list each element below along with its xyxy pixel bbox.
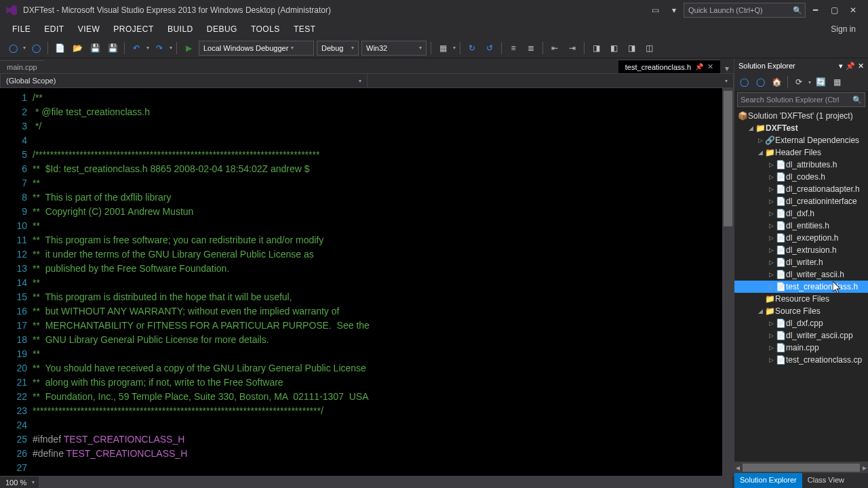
horizontal-scrollbar[interactable] (39, 476, 732, 488)
configuration-label: Debug (321, 44, 343, 52)
resource-files-node: 📁Resource Files (734, 293, 868, 305)
menu-debug[interactable]: DEBUG (200, 22, 244, 37)
menu-build[interactable]: BUILD (161, 22, 200, 37)
window-position-icon[interactable]: ▾ (839, 62, 843, 70)
configuration-combo[interactable]: Debug ▾ (317, 41, 359, 56)
nav-forward-button[interactable]: ◯ (28, 41, 43, 56)
back-button[interactable]: ◯ (737, 75, 751, 89)
pin-icon[interactable]: 📌 (695, 63, 703, 70)
file-node[interactable]: ▷📄dl_extrusion.h (734, 244, 868, 256)
redo-button[interactable]: ↷ (152, 41, 167, 56)
tab-label: main.cpp (7, 63, 37, 71)
new-project-button[interactable]: 📄 (52, 41, 67, 56)
notifications-icon[interactable]: ▭ (646, 1, 665, 20)
nav-back-button[interactable]: ◯ (5, 41, 20, 56)
file-node[interactable]: ▷📄dl_writer_ascii.cpp (734, 329, 868, 342)
file-node[interactable]: ▷📄test_creationclass.h (734, 281, 868, 293)
next-bookmark-button[interactable]: ◨ (624, 41, 639, 56)
find-in-files-button[interactable]: ▦ (435, 41, 450, 56)
step-out-button[interactable]: ↻ (465, 41, 479, 56)
increase-indent-button[interactable]: ⇥ (565, 41, 580, 56)
external-deps-node: ▷🔗External Dependencies (734, 134, 868, 146)
search-icon: 🔍 (793, 6, 802, 15)
auto-hide-icon[interactable]: 📌 (846, 62, 855, 70)
vertical-scrollbar[interactable] (722, 88, 734, 476)
file-node[interactable]: ▷📄dl_writer_ascii.h (734, 268, 868, 281)
zoom-level[interactable]: 100 % (0, 479, 32, 487)
platform-combo[interactable]: Win32 ▾ (361, 41, 427, 56)
header-files-node: ◢📁Header Files (734, 146, 868, 159)
solution-tree[interactable]: 📦Solution 'DXFTest' (1 project) ◢📁DXFTes… (734, 108, 868, 462)
save-all-button[interactable]: 💾 (105, 41, 120, 56)
bookmark-button[interactable]: ◨ (589, 41, 604, 56)
home-button[interactable]: 🏠 (770, 75, 783, 89)
tab-main-cpp[interactable]: main.cpp (0, 60, 44, 73)
minimize-button[interactable]: ━ (806, 1, 825, 20)
solution-explorer-search[interactable]: Search Solution Explorer (Ctrl 🔍 (737, 92, 865, 107)
line-number-gutter: 1234567891011121314151617181920212223242… (0, 88, 33, 476)
prev-bookmark-button[interactable]: ◧ (606, 41, 621, 56)
solution-explorer-toolbar: ◯ ◯ 🏠 ⟳▾ 🔄 ▦ (734, 73, 868, 91)
uncomment-button[interactable]: ≣ (524, 41, 538, 56)
file-node[interactable]: ▷📄dl_dxf.h (734, 207, 868, 220)
close-icon[interactable]: ✕ (707, 62, 713, 71)
vs-logo-icon (5, 4, 18, 16)
close-button[interactable]: ✕ (844, 1, 863, 20)
menu-view[interactable]: VIEW (71, 22, 107, 37)
solution-explorer-title: Solution Explorer ▾ 📌 ✕ (734, 58, 868, 73)
file-node[interactable]: ▷📄dl_creationadapter.h (734, 183, 868, 195)
window-title: DXFTest - Microsoft Visual Studio Expres… (23, 5, 331, 15)
file-node[interactable]: ▷📄dl_codes.h (734, 171, 868, 183)
menu-file[interactable]: FILE (5, 22, 37, 37)
undo-button[interactable]: ↶ (129, 41, 144, 56)
save-button[interactable]: 💾 (87, 41, 102, 56)
platform-label: Win32 (366, 44, 387, 52)
code-editor[interactable]: /** * @file test_creationclass.h */ /***… (33, 88, 722, 476)
start-debugging-button[interactable]: ▶ (181, 41, 196, 56)
file-node[interactable]: ▷📄test_creationclass.cp (734, 354, 868, 366)
open-file-button[interactable]: 📂 (70, 41, 85, 56)
file-node[interactable]: ▷📄dl_exception.h (734, 232, 868, 244)
file-node[interactable]: ▷📄main.cpp (734, 342, 868, 354)
sign-in-link[interactable]: Sign in (831, 24, 863, 34)
quick-launch-placeholder: Quick Launch (Ctrl+Q) (688, 6, 763, 14)
maximize-button[interactable]: ▢ (825, 1, 844, 20)
tab-class-view[interactable]: Class View (802, 473, 850, 488)
tab-label: test_creationclass.h (625, 63, 691, 71)
tab-overflow-button[interactable]: ▾ (720, 64, 734, 73)
refresh-button[interactable]: 🔄 (814, 75, 827, 89)
quick-launch-input[interactable]: Quick Launch (Ctrl+Q) 🔍 (684, 3, 806, 18)
show-all-button[interactable]: ▦ (830, 75, 844, 89)
close-panel-icon[interactable]: ✕ (858, 62, 864, 70)
editor-area: main.cpp test_creationclass.h 📌 ✕ ▾ (Glo… (0, 58, 734, 488)
member-combo[interactable]: ▾ (368, 74, 734, 87)
clear-bookmarks-button[interactable]: ◫ (642, 41, 656, 56)
file-node[interactable]: ▷📄dl_dxf.cpp (734, 317, 868, 329)
menu-tools[interactable]: TOOLS (244, 22, 287, 37)
solution-node: 📦Solution 'DXFTest' (1 project) (734, 110, 868, 122)
step-over-button[interactable]: ↺ (482, 41, 497, 56)
search-icon: 🔍 (852, 96, 862, 104)
file-node[interactable]: ▷📄dl_attributes.h (734, 159, 868, 171)
scope-combo[interactable]: (Global Scope) ▾ (1, 74, 368, 87)
tab-test-creationclass-h[interactable]: test_creationclass.h 📌 ✕ (618, 60, 720, 73)
menu-edit[interactable]: EDIT (37, 22, 71, 37)
feedback-icon[interactable]: ▾ (665, 1, 684, 20)
debug-target-combo[interactable]: Local Windows Debugger ▾ (199, 41, 314, 56)
decrease-indent-button[interactable]: ⇤ (547, 41, 562, 56)
title-bar: DXFTest - Microsoft Visual Studio Expres… (0, 0, 868, 20)
file-node[interactable]: ▷📄dl_creationinterface (734, 195, 868, 207)
panel-hscroll[interactable]: ◂ ▸ (734, 462, 868, 473)
source-files-node: ◢📁Source Files (734, 305, 868, 317)
file-node[interactable]: ▷📄dl_writer.h (734, 256, 868, 268)
side-panel-tabs: Solution Explorer Class View (734, 473, 868, 488)
sync-button[interactable]: ⟳ (792, 75, 806, 89)
forward-button[interactable]: ◯ (753, 75, 767, 89)
menu-test[interactable]: TEST (287, 22, 323, 37)
file-node[interactable]: ▷📄dl_entities.h (734, 220, 868, 232)
comment-button[interactable]: ≡ (506, 41, 521, 56)
menu-project[interactable]: PROJECT (106, 22, 161, 37)
tab-solution-explorer[interactable]: Solution Explorer (734, 473, 802, 488)
navigation-bar: (Global Scope) ▾ ▾ (0, 73, 734, 88)
standard-toolbar: ◯ ▾ ◯ 📄 📂 💾 💾 ↶▾ ↷▾ ▶ Local Windows Debu… (0, 38, 868, 58)
